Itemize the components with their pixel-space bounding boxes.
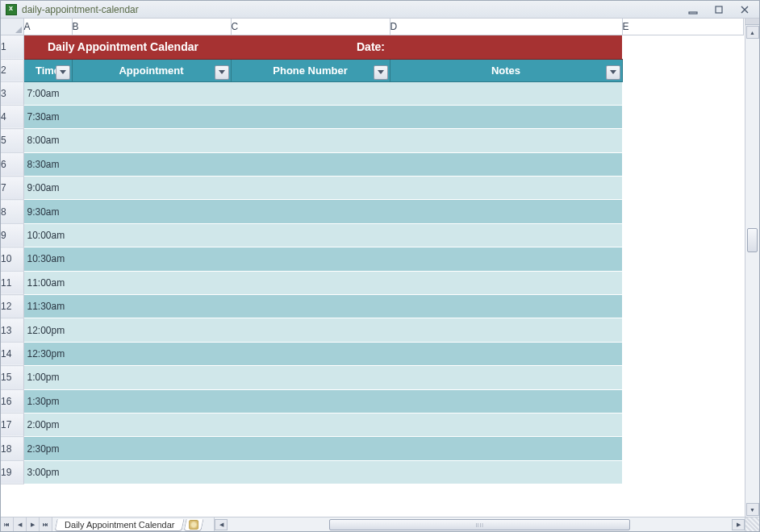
cell-appointment[interactable] [72, 105, 231, 128]
cell-notes[interactable] [390, 223, 622, 247]
cell-E19[interactable] [622, 460, 743, 484]
title-date-value[interactable] [390, 35, 622, 59]
row-header-15[interactable]: 15 [1, 366, 23, 389]
cell-time[interactable]: 2:30pm [23, 437, 72, 460]
cell-phone[interactable] [231, 342, 390, 365]
cell-time[interactable]: 7:00am [23, 81, 72, 105]
cell-notes[interactable] [390, 389, 622, 413]
cell-phone[interactable] [231, 200, 390, 223]
cell-E11[interactable] [622, 271, 743, 294]
cell-time[interactable]: 9:00am [23, 177, 72, 200]
tab-nav-first[interactable]: ⏮ [1, 517, 14, 531]
cell-appointment[interactable] [72, 129, 231, 152]
cell-E16[interactable] [622, 389, 743, 413]
col-header-B[interactable]: B [72, 19, 231, 35]
row-header-2[interactable]: 2 [1, 59, 23, 81]
spreadsheet-grid[interactable]: A B C D E 1 Daily Appointment Calendar [1, 19, 744, 484]
row-header-1[interactable]: 1 [1, 35, 23, 59]
cell-time[interactable]: 11:00am [23, 271, 72, 294]
tab-nav-last[interactable]: ⏭ [40, 517, 52, 531]
horizontal-scrollbar[interactable]: ◀ ▶ [214, 517, 745, 531]
cell-E14[interactable] [622, 342, 743, 365]
cell-appointment[interactable] [72, 460, 231, 484]
select-all-corner[interactable] [1, 19, 23, 35]
col-header-D[interactable]: D [390, 19, 622, 35]
row-header-18[interactable]: 18 [1, 437, 23, 460]
vscroll-thumb[interactable] [747, 228, 758, 252]
cell-appointment[interactable] [72, 366, 231, 389]
cell-notes[interactable] [390, 295, 622, 318]
cell-notes[interactable] [390, 200, 622, 223]
resize-grip[interactable] [745, 517, 759, 531]
cell-appointment[interactable] [72, 413, 231, 436]
cell-E10[interactable] [622, 247, 743, 271]
cell-notes[interactable] [390, 413, 622, 436]
row-header-11[interactable]: 11 [1, 271, 23, 294]
header-notes[interactable]: Notes [390, 59, 622, 81]
tab-nav-next[interactable]: ▶ [27, 517, 40, 531]
scroll-up-button[interactable]: ▲ [746, 26, 759, 39]
hscroll-track[interactable] [228, 519, 731, 530]
row-header-9[interactable]: 9 [1, 223, 23, 247]
cell-phone[interactable] [231, 177, 390, 200]
row-header-13[interactable]: 13 [1, 318, 23, 342]
cell-time[interactable]: 8:30am [23, 152, 72, 176]
cell-time[interactable]: 3:00pm [23, 460, 72, 484]
cell-notes[interactable] [390, 152, 622, 176]
split-handle-vertical[interactable] [745, 19, 759, 25]
cell-phone[interactable] [231, 223, 390, 247]
cell-E6[interactable] [622, 152, 743, 176]
cell-phone[interactable] [231, 152, 390, 176]
cell-E7[interactable] [622, 177, 743, 200]
cell-E12[interactable] [622, 295, 743, 318]
cell-notes[interactable] [390, 271, 622, 294]
cell-time[interactable]: 10:30am [23, 247, 72, 271]
cell-time[interactable]: 11:30am [23, 295, 72, 318]
cell-phone[interactable] [231, 295, 390, 318]
cell-E17[interactable] [622, 413, 743, 436]
col-header-E[interactable]: E [622, 19, 743, 35]
cell-notes[interactable] [390, 342, 622, 365]
vscroll-track[interactable] [745, 39, 759, 502]
cell-appointment[interactable] [72, 342, 231, 365]
vertical-scrollbar[interactable]: ▲ ▼ [745, 19, 759, 517]
cell-phone[interactable] [231, 437, 390, 460]
cell-time[interactable]: 12:30pm [23, 342, 72, 365]
filter-button-notes[interactable] [606, 65, 620, 80]
row-header-14[interactable]: 14 [1, 342, 23, 365]
row-header-16[interactable]: 16 [1, 389, 23, 413]
row-header-3[interactable]: 3 [1, 81, 23, 105]
hscroll-thumb[interactable] [329, 519, 631, 530]
filter-button-appointment[interactable] [215, 65, 229, 80]
cell-appointment[interactable] [72, 177, 231, 200]
title-left[interactable]: Daily Appointment Calendar [72, 35, 231, 59]
cell-appointment[interactable] [72, 81, 231, 105]
row-header-10[interactable]: 10 [1, 247, 23, 271]
cell-notes[interactable] [390, 318, 622, 342]
filter-button-phone[interactable] [374, 65, 388, 80]
row-header-12[interactable]: 12 [1, 295, 23, 318]
cell-notes[interactable] [390, 81, 622, 105]
cell-phone[interactable] [231, 460, 390, 484]
sheet-tab-active[interactable]: Daily Appointment Calendar [54, 519, 185, 531]
col-header-A[interactable]: A [23, 19, 72, 35]
cell-notes[interactable] [390, 366, 622, 389]
cell-E15[interactable] [622, 366, 743, 389]
cell-phone[interactable] [231, 247, 390, 271]
row-header-19[interactable]: 19 [1, 460, 23, 484]
scroll-right-button[interactable]: ▶ [732, 519, 745, 530]
cell-time[interactable]: 1:30pm [23, 389, 72, 413]
cell-appointment[interactable] [72, 200, 231, 223]
cell-phone[interactable] [231, 413, 390, 436]
row-header-17[interactable]: 17 [1, 413, 23, 436]
header-phone[interactable]: Phone Number [231, 59, 390, 81]
header-appointment[interactable]: Appointment [72, 59, 231, 81]
cell-time[interactable]: 8:00am [23, 129, 72, 152]
cell-E9[interactable] [622, 223, 743, 247]
row-header-8[interactable]: 8 [1, 200, 23, 223]
close-button[interactable] [738, 4, 751, 15]
cell-phone[interactable] [231, 81, 390, 105]
row-header-6[interactable]: 6 [1, 152, 23, 176]
row-header-7[interactable]: 7 [1, 177, 23, 200]
cell-phone[interactable] [231, 318, 390, 342]
